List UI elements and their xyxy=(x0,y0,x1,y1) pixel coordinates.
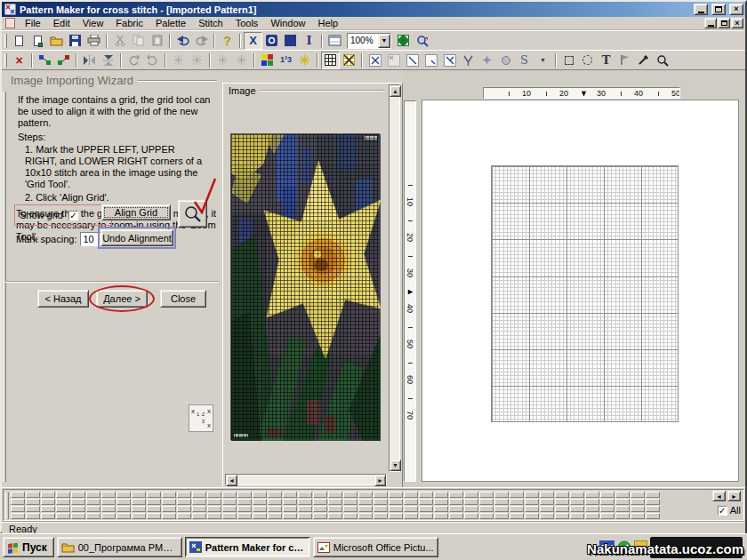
palette-cell[interactable] xyxy=(389,506,403,512)
image-vertical-scrollbar[interactable]: ▲ ▼ xyxy=(389,84,400,472)
palette-cell[interactable] xyxy=(177,506,191,512)
export-marks-button[interactable] xyxy=(54,52,73,69)
palette-scroll-right-button[interactable]: ► xyxy=(727,491,741,501)
palette-cell[interactable] xyxy=(192,513,206,519)
palette-cell[interactable] xyxy=(26,513,40,519)
view-beads-button[interactable] xyxy=(262,32,281,50)
palette-cell[interactable] xyxy=(11,492,25,498)
palette-cell[interactable] xyxy=(328,492,342,498)
palette-cell[interactable] xyxy=(434,506,448,512)
cut-button[interactable] xyxy=(110,32,129,50)
save-button[interactable] xyxy=(66,32,84,50)
palette-cell[interactable] xyxy=(26,506,40,512)
palette-cell[interactable] xyxy=(328,513,342,519)
palette-cell[interactable] xyxy=(555,492,569,498)
taskbar-task-button[interactable]: Microsoft Office Pictu... xyxy=(313,537,438,557)
scroll-up-icon[interactable]: ▲ xyxy=(390,85,401,97)
special-stitch-arrow-button[interactable]: ▼ xyxy=(534,52,552,69)
palette-cell[interactable] xyxy=(540,492,554,498)
palette-cell[interactable] xyxy=(374,499,388,505)
grid-tool-button[interactable]: x1 x2 x3 xyxy=(189,404,213,432)
palette-cell[interactable] xyxy=(374,492,388,498)
palette-cell[interactable] xyxy=(207,492,221,498)
menu-edit[interactable]: Edit xyxy=(47,17,76,29)
palette-cell[interactable] xyxy=(283,492,297,498)
open-folder-button[interactable] xyxy=(47,32,66,50)
palette-cell[interactable] xyxy=(555,499,569,505)
palette-cell[interactable] xyxy=(192,492,206,498)
palette-cell[interactable] xyxy=(313,499,327,505)
palette-cell[interactable] xyxy=(615,492,630,498)
palette-cell[interactable] xyxy=(510,499,524,505)
palette-cell[interactable] xyxy=(71,492,85,498)
zoom-dropdown-icon[interactable]: ▼ xyxy=(378,34,390,48)
view-stitches-button[interactable]: X xyxy=(244,32,262,50)
french-knot-button[interactable] xyxy=(478,52,496,69)
palette-cell[interactable] xyxy=(479,492,494,498)
palette-cell[interactable] xyxy=(525,506,539,512)
menu-view[interactable]: View xyxy=(76,17,110,29)
palette-cell[interactable] xyxy=(222,492,237,498)
palette-cell[interactable] xyxy=(631,513,645,519)
palette-cell[interactable] xyxy=(525,513,539,519)
rotate-right-button[interactable] xyxy=(143,52,162,69)
palette-cell[interactable] xyxy=(510,506,524,512)
palette-cell[interactable] xyxy=(646,499,660,505)
menu-window[interactable]: Window xyxy=(264,17,311,29)
palette-cell[interactable] xyxy=(11,513,25,519)
palette-cell[interactable] xyxy=(494,513,509,519)
child-close-button[interactable]: × xyxy=(731,18,743,28)
three-quarter-stitch-button[interactable] xyxy=(440,52,459,69)
palette-cell[interactable] xyxy=(207,499,221,505)
flip-horizontal-button[interactable] xyxy=(80,52,99,69)
palette-cell[interactable] xyxy=(253,513,267,519)
palette-cell[interactable] xyxy=(116,492,131,498)
palette-cell[interactable] xyxy=(237,506,252,512)
stitch-grid[interactable] xyxy=(491,165,679,422)
import-marks-button[interactable] xyxy=(36,52,54,69)
palette-cell[interactable] xyxy=(404,492,418,498)
pattern-information-button[interactable] xyxy=(325,32,344,50)
palette-cell[interactable] xyxy=(177,499,191,505)
palette-cell[interactable] xyxy=(449,506,463,512)
palette-cell[interactable] xyxy=(41,492,55,498)
palette-cell[interactable] xyxy=(41,506,55,512)
scroll-down-icon[interactable]: ▼ xyxy=(390,460,401,471)
palette-cell[interactable] xyxy=(253,506,267,512)
palette-cell[interactable] xyxy=(101,492,116,498)
despeckle-1-button[interactable] xyxy=(169,52,188,69)
palette-cell[interactable] xyxy=(570,499,584,505)
palette-cell[interactable] xyxy=(253,499,267,505)
taskbar-task-active[interactable]: Pattern Maker for cro... xyxy=(185,537,310,557)
palette-cell[interactable] xyxy=(177,513,191,519)
palette-cell[interactable] xyxy=(540,499,554,505)
bead-button[interactable] xyxy=(496,52,515,69)
palette-cell[interactable] xyxy=(268,506,282,512)
palette-cell[interactable] xyxy=(101,499,116,505)
grid-off-button[interactable] xyxy=(340,52,358,69)
palette-cell[interactable] xyxy=(132,506,146,512)
palette-cell[interactable] xyxy=(41,513,55,519)
child-minimize-button[interactable] xyxy=(704,18,717,28)
scroll-left-icon[interactable]: ◄ xyxy=(226,475,237,486)
palette-cell[interactable] xyxy=(162,492,176,498)
half-stitch-button[interactable] xyxy=(403,52,422,69)
palette-cell[interactable] xyxy=(615,499,630,505)
image-horizontal-scrollbar[interactable]: ◄ ► xyxy=(225,474,387,485)
palette-cell[interactable] xyxy=(86,506,100,512)
palette-cell[interactable] xyxy=(434,513,448,519)
palette-cell[interactable] xyxy=(162,513,176,519)
color-replace-button[interactable] xyxy=(615,52,634,69)
palette-cell[interactable] xyxy=(358,499,373,505)
palette-cell[interactable] xyxy=(132,513,146,519)
palette-cell[interactable] xyxy=(600,499,614,505)
palette-cell[interactable] xyxy=(389,492,403,498)
palette-cell[interactable] xyxy=(162,499,176,505)
palette-cell[interactable] xyxy=(116,506,131,512)
highlight-button[interactable] xyxy=(295,52,314,69)
menu-palette[interactable]: Palette xyxy=(149,17,192,29)
taskbar-task-button[interactable]: 00_Программа PM_Вопр... xyxy=(57,537,182,557)
close-wizard-button[interactable]: Close xyxy=(160,290,206,308)
palette-cell[interactable] xyxy=(222,506,237,512)
palette-cell[interactable] xyxy=(570,506,584,512)
